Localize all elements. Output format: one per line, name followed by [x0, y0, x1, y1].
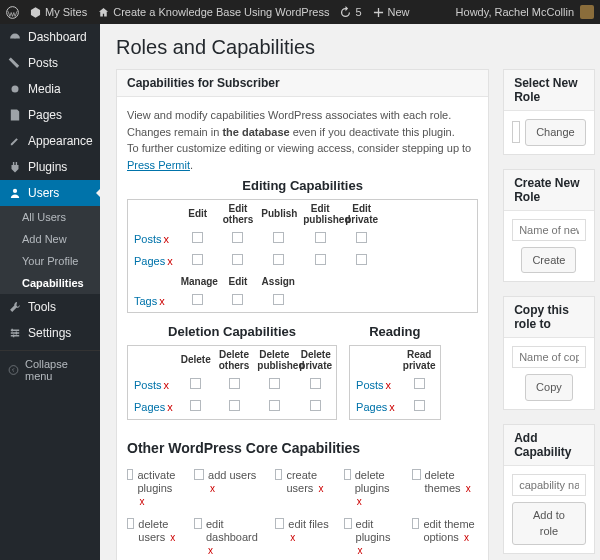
copy-button[interactable]: Copy	[525, 374, 573, 401]
cap-checkbox[interactable]	[315, 254, 326, 265]
remove-icon[interactable]: x	[164, 379, 170, 391]
cap-checkbox[interactable]	[269, 378, 280, 389]
cap-row-label[interactable]: Pages	[134, 401, 165, 413]
cap-checkbox[interactable]	[315, 232, 326, 243]
updates[interactable]: 5	[339, 6, 361, 19]
cap-checkbox[interactable]	[269, 400, 280, 411]
core-cap-checkbox[interactable]	[275, 469, 283, 480]
menu-appearance[interactable]: Appearance	[0, 128, 100, 154]
cap-checkbox[interactable]	[273, 254, 284, 265]
menu-pages[interactable]: Pages	[0, 102, 100, 128]
cap-row-label[interactable]: Posts	[134, 233, 162, 245]
core-cap-label: delete themes x	[425, 469, 479, 495]
core-cap-label: delete plugins x	[355, 469, 399, 509]
remove-icon[interactable]: x	[167, 255, 173, 267]
desc-line-1: View and modify capabilities WordPress a…	[127, 107, 478, 140]
menu-media[interactable]: Media	[0, 76, 100, 102]
new-content[interactable]: New	[372, 6, 410, 19]
cap-checkbox[interactable]	[232, 232, 243, 243]
cap-checkbox[interactable]	[273, 294, 284, 305]
other-caps-title: Other WordPress Core Capabilities	[127, 438, 478, 459]
desc-line-2: To further customize editing or viewing …	[127, 140, 478, 173]
cap-row-label[interactable]: Tags	[134, 295, 157, 307]
cap-row-label[interactable]: Pages	[134, 255, 165, 267]
cap-checkbox[interactable]	[356, 254, 367, 265]
core-cap-checkbox[interactable]	[275, 518, 284, 529]
submenu-capabilities[interactable]: Capabilities	[0, 272, 100, 294]
change-button[interactable]: Change	[525, 119, 586, 146]
cap-checkbox[interactable]	[192, 232, 203, 243]
my-sites[interactable]: My Sites	[29, 6, 87, 19]
core-cap-checkbox[interactable]	[344, 469, 351, 480]
cap-checkbox[interactable]	[232, 294, 243, 305]
submenu-all-users[interactable]: All Users	[0, 206, 100, 228]
cap-checkbox[interactable]	[310, 400, 321, 411]
cap-row-label[interactable]: Posts	[134, 379, 162, 391]
remove-icon[interactable]: x	[464, 532, 469, 543]
add-cap-button[interactable]: Add to role	[512, 502, 586, 545]
remove-icon[interactable]: x	[164, 233, 170, 245]
cap-checkbox[interactable]	[229, 378, 240, 389]
core-cap-checkbox[interactable]	[194, 518, 202, 529]
menu-dashboard[interactable]: Dashboard	[0, 24, 100, 50]
add-cap-input[interactable]	[512, 474, 586, 496]
remove-icon[interactable]: x	[318, 483, 323, 494]
cap-checkbox[interactable]	[356, 232, 367, 243]
wp-logo[interactable]	[6, 6, 19, 19]
cap-checkbox[interactable]	[232, 254, 243, 265]
svg-point-1	[14, 37, 15, 38]
remove-icon[interactable]: x	[210, 483, 215, 494]
cap-checkbox[interactable]	[414, 378, 425, 389]
core-cap-label: delete users x	[138, 518, 180, 544]
copy-role-input[interactable]	[512, 346, 586, 368]
svg-point-3	[13, 189, 17, 193]
press-permit-link[interactable]: Press Permit	[127, 159, 190, 171]
remove-icon[interactable]: x	[170, 532, 175, 543]
cap-checkbox[interactable]	[273, 232, 284, 243]
core-cap-checkbox[interactable]	[127, 469, 133, 480]
core-cap-checkbox[interactable]	[412, 469, 420, 480]
avatar[interactable]	[580, 5, 594, 19]
cap-checkbox[interactable]	[192, 294, 203, 305]
remove-icon[interactable]: x	[386, 379, 392, 391]
cap-checkbox[interactable]	[190, 400, 201, 411]
role-select[interactable]: Subscriber	[512, 121, 520, 143]
page-title: Roles and Capabilities	[116, 36, 584, 59]
cap-row-label[interactable]: Pages	[356, 401, 387, 413]
remove-icon[interactable]: x	[389, 401, 395, 413]
core-cap-checkbox[interactable]	[194, 469, 204, 480]
remove-icon[interactable]: x	[358, 545, 363, 556]
cap-row-label[interactable]: Posts	[356, 379, 384, 391]
remove-icon[interactable]: x	[466, 483, 471, 494]
cap-checkbox[interactable]	[229, 400, 240, 411]
cap-checkbox[interactable]	[192, 254, 203, 265]
cap-checkbox[interactable]	[310, 378, 321, 389]
remove-icon[interactable]: x	[357, 496, 362, 507]
core-cap-checkbox[interactable]	[127, 518, 134, 529]
menu-users[interactable]: Users	[0, 180, 100, 206]
remove-icon[interactable]: x	[290, 532, 295, 543]
remove-icon[interactable]: x	[208, 545, 213, 556]
core-cap-label: create users x	[286, 469, 329, 495]
core-cap-checkbox[interactable]	[344, 518, 352, 529]
menu-plugins[interactable]: Plugins	[0, 154, 100, 180]
create-button[interactable]: Create	[521, 247, 576, 274]
submenu-add-new[interactable]: Add New	[0, 228, 100, 250]
create-role-input[interactable]	[512, 219, 586, 241]
remove-icon[interactable]: x	[159, 295, 165, 307]
select-role-head: Select New Role	[504, 70, 594, 111]
core-cap-label: edit theme options x	[423, 518, 478, 544]
submenu-your-profile[interactable]: Your Profile	[0, 250, 100, 272]
deletion-title: Deletion Capabilities	[127, 319, 337, 345]
remove-icon[interactable]: x	[139, 496, 144, 507]
cap-checkbox[interactable]	[190, 378, 201, 389]
howdy[interactable]: Howdy, Rachel McCollin	[456, 6, 574, 18]
site-name[interactable]: Create a Knowledge Base Using WordPress	[97, 6, 329, 19]
core-cap-checkbox[interactable]	[412, 518, 419, 529]
menu-tools[interactable]: Tools	[0, 294, 100, 320]
remove-icon[interactable]: x	[167, 401, 173, 413]
cap-checkbox[interactable]	[414, 400, 425, 411]
menu-posts[interactable]: Posts	[0, 50, 100, 76]
collapse-menu[interactable]: Collapse menu	[0, 350, 100, 389]
menu-settings[interactable]: Settings	[0, 320, 100, 346]
